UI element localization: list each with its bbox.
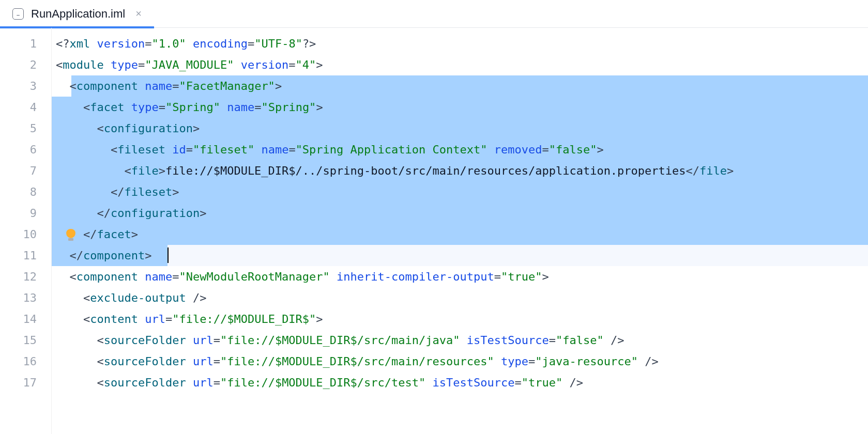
code-line[interactable]: <?xml version="1.0" encoding="UTF-8"?>: [52, 33, 868, 54]
token: "java-resource": [535, 355, 645, 368]
token: configuration: [111, 207, 200, 220]
token: <: [111, 143, 117, 156]
token: component: [77, 270, 145, 283]
line-number: 17: [0, 372, 37, 393]
token: >: [727, 164, 734, 177]
token: "1.0": [151, 37, 192, 50]
token: <: [56, 58, 63, 71]
token: <: [124, 164, 131, 177]
code-editor[interactable]: 1234567891011121314151617 <?xml version=…: [0, 28, 868, 434]
token: <: [83, 291, 90, 304]
token: >: [542, 270, 549, 283]
token: name: [261, 143, 288, 156]
code-line[interactable]: </fileset>: [52, 181, 868, 203]
token: type: [111, 58, 138, 71]
code-line[interactable]: <module type="JAVA_MODULE" version="4">: [52, 54, 868, 75]
token: "fileset": [193, 143, 261, 156]
code-line[interactable]: <component name="NewModuleRootManager" i…: [52, 266, 868, 287]
code-line[interactable]: <fileset id="fileset" name="Spring Appli…: [52, 139, 868, 160]
line-number: 13: [0, 287, 37, 308]
token: </: [70, 249, 84, 262]
token: version: [241, 58, 289, 71]
token: fileset: [124, 185, 172, 198]
token: >: [131, 228, 138, 241]
token: >: [316, 101, 323, 114]
token: >: [275, 80, 282, 92]
token: >: [159, 164, 165, 177]
token: =: [549, 334, 556, 347]
editor-tabbar: – RunApplication.iml ×: [0, 0, 868, 28]
token: isTestSource: [467, 334, 549, 347]
file-icon: –: [12, 8, 24, 20]
token: =: [159, 101, 165, 114]
token: >: [597, 143, 603, 156]
code-line[interactable]: <sourceFolder url="file://$MODULE_DIR$/s…: [52, 351, 868, 372]
code-line[interactable]: <facet type="Spring" name="Spring">: [52, 97, 868, 118]
token: file: [131, 164, 159, 177]
token: <: [97, 334, 103, 347]
code-line[interactable]: </component>: [52, 245, 868, 266]
line-number: 7: [0, 160, 37, 181]
code-line[interactable]: <configuration>: [52, 118, 868, 139]
token: >: [145, 249, 151, 262]
line-number: 9: [0, 203, 37, 224]
code-line[interactable]: </facet>: [52, 224, 868, 245]
token: sourceFolder: [104, 355, 193, 368]
token: =: [288, 58, 295, 71]
token: "Spring": [261, 101, 316, 114]
token: inherit-compiler-output: [337, 270, 494, 283]
token: =: [165, 313, 172, 326]
token: "true": [501, 270, 542, 283]
code-line[interactable]: <component name="FacetManager">: [52, 75, 868, 97]
file-tab-label: RunApplication.iml: [31, 7, 125, 21]
line-number: 3: [0, 75, 37, 97]
token: >: [193, 122, 200, 135]
token: </: [111, 185, 125, 198]
token: <?: [56, 37, 70, 50]
token: =: [254, 101, 261, 114]
line-number: 14: [0, 308, 37, 330]
token: url: [193, 376, 214, 389]
token: </: [97, 207, 111, 220]
token: version: [97, 37, 145, 50]
token: name: [227, 101, 254, 114]
line-number: 16: [0, 351, 37, 372]
token: component: [83, 249, 145, 262]
token: encoding: [193, 37, 248, 50]
token: xml: [70, 37, 97, 50]
line-number: 10: [0, 224, 37, 245]
line-number: 11: [0, 245, 37, 266]
code-line[interactable]: <file>file://$MODULE_DIR$/../spring-boot…: [52, 160, 868, 181]
code-area[interactable]: <?xml version="1.0" encoding="UTF-8"?><m…: [52, 28, 868, 434]
code-line[interactable]: <sourceFolder url="file://$MODULE_DIR$/s…: [52, 372, 868, 393]
code-line[interactable]: </configuration>: [52, 203, 868, 224]
token: </: [686, 164, 700, 177]
token: "file://$MODULE_DIR$": [172, 313, 316, 326]
token: "UTF-8": [254, 37, 302, 50]
token: content: [90, 313, 145, 326]
token: "false": [549, 143, 597, 156]
token: "true": [522, 376, 570, 389]
token: =: [528, 355, 535, 368]
token: url: [193, 355, 214, 368]
token: >: [172, 185, 179, 198]
token: <: [70, 80, 77, 92]
token: removed: [494, 143, 542, 156]
line-number: 15: [0, 330, 37, 351]
token: =: [214, 355, 220, 368]
token: isTestSource: [433, 376, 515, 389]
token: <: [97, 355, 103, 368]
token: =: [214, 376, 220, 389]
token: </: [83, 228, 97, 241]
file-tab[interactable]: – RunApplication.iml ×: [9, 0, 151, 28]
token: ?>: [302, 37, 316, 50]
code-line[interactable]: <content url="file://$MODULE_DIR$">: [52, 308, 868, 330]
code-line[interactable]: <sourceFolder url="file://$MODULE_DIR$/s…: [52, 330, 868, 351]
token: module: [63, 58, 111, 71]
code-line[interactable]: <exclude-output />: [52, 287, 868, 308]
token: <: [83, 101, 90, 114]
token: "Spring Application Context": [296, 143, 494, 156]
line-number-gutter: 1234567891011121314151617: [0, 28, 52, 434]
close-icon[interactable]: ×: [135, 8, 142, 20]
token: file://$MODULE_DIR$/../spring-boot/src/m…: [165, 164, 686, 177]
